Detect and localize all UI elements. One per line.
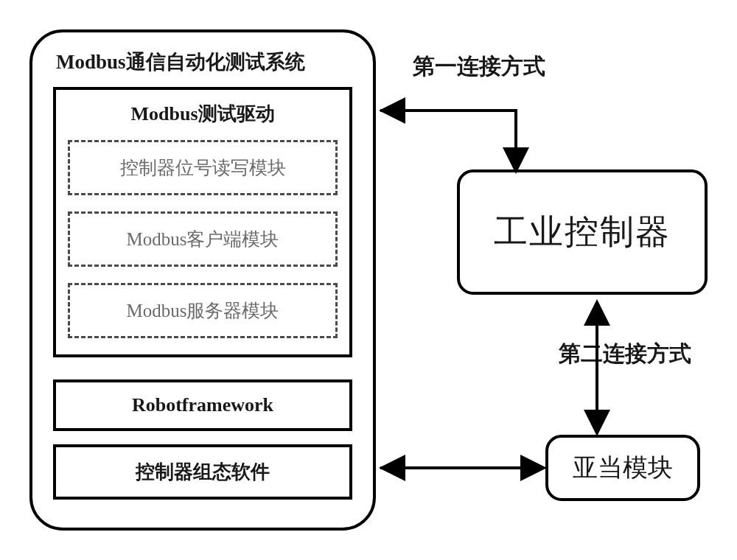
connection-label-1: 第一连接方式 — [413, 52, 545, 82]
system-container: Modbus通信自动化测试系统 Modbus测试驱动 控制器位号读写模块 Mod… — [29, 29, 376, 531]
driver-title: Modbus测试驱动 — [68, 101, 338, 127]
module-config-software: 控制器组态软件 — [53, 444, 352, 500]
module-modbus-client: Modbus客户端模块 — [68, 211, 338, 267]
controller-label: 工业控制器 — [494, 209, 671, 255]
module-modbus-server: Modbus服务器模块 — [68, 283, 338, 338]
module-tag-rw: 控制器位号读写模块 — [68, 140, 338, 195]
module-robotframework: Robotframework — [53, 379, 352, 431]
adam-module: 亚当模块 — [545, 435, 700, 501]
adam-label: 亚当模块 — [573, 451, 673, 485]
driver-box: Modbus测试驱动 控制器位号读写模块 Modbus客户端模块 Modbus服… — [53, 87, 352, 357]
system-title: Modbus通信自动化测试系统 — [53, 49, 352, 75]
industrial-controller: 工业控制器 — [457, 169, 708, 295]
connection-label-2: 第二连接方式 — [559, 339, 691, 369]
